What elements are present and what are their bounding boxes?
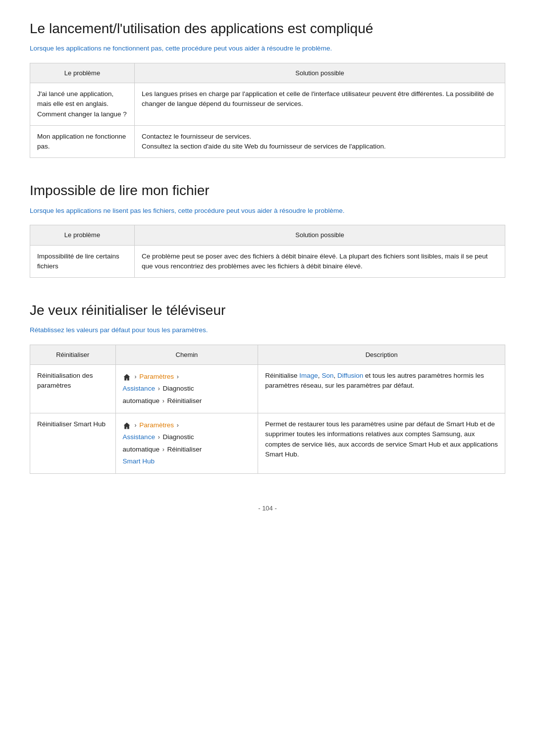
path-parametres-2: Paramètres: [139, 421, 174, 429]
chevron-icon: ›: [134, 373, 136, 380]
reset-table: Réinitialiser Chemin Description Réiniti…: [30, 345, 505, 474]
home-icon: [123, 373, 131, 381]
reset-row2-name: Réinitialiser Smart Hub: [30, 413, 116, 474]
section-files-subtitle: Lorsque les applications ne lisent pas l…: [30, 206, 505, 216]
apps-col-solution: Solution possible: [134, 63, 505, 83]
section-files-title: Impossible de lire mon fichier: [30, 182, 505, 200]
page-number: - 104 -: [258, 504, 277, 512]
path-reinitialiser-1: Réinitialiser: [167, 397, 202, 404]
chevron-icon: ›: [162, 446, 164, 453]
files-table: Le problème Solution possible Impossibil…: [30, 225, 505, 278]
path-smarthub: Smart Hub: [123, 457, 155, 465]
section-apps-title: Le lancement/l'utilisation des applicati…: [30, 20, 505, 38]
reset-row2-path: › Paramètres › Assistance › Diagnostic a…: [115, 413, 258, 474]
table-row: Réinitialiser Smart Hub › Paramètres › A…: [30, 413, 505, 474]
highlight-son: Son: [321, 372, 333, 379]
reset-row1-desc: Réinitialise Image, Son, Diffusion et to…: [258, 365, 505, 413]
files-row1-solution: Ce problème peut se poser avec des fichi…: [134, 245, 505, 278]
path-assistance-2: Assistance: [123, 433, 155, 441]
home-icon: [123, 422, 131, 430]
chevron-icon: ›: [162, 398, 164, 404]
apps-row1-problem: J'ai lancé une application, mais elle es…: [30, 83, 135, 126]
path-automatique-2: automatique: [123, 446, 160, 453]
table-row: Mon application ne fonctionne pas. Conta…: [30, 125, 505, 158]
apps-row2-problem: Mon application ne fonctionne pas.: [30, 125, 135, 158]
section-reset-subtitle: Rétablissez les valeurs par défaut pour …: [30, 325, 505, 335]
section-reset: Je veux réinitialiser le téléviseur Réta…: [30, 302, 505, 474]
apps-row2-solution: Contactez le fournisseur de services. Co…: [134, 125, 505, 158]
path-diagnostic-1: Diagnostic: [162, 385, 194, 392]
path-reinitialiser-2: Réinitialiser: [167, 446, 202, 453]
highlight-diffusion: Diffusion: [337, 372, 363, 379]
apps-table: Le problème Solution possible J'ai lancé…: [30, 63, 505, 158]
apps-row1-solution: Les langues prises en charge par l'appli…: [134, 83, 505, 126]
reset-row1-path: › Paramètres › Assistance › Diagnostic a…: [115, 365, 258, 413]
table-row: Réinitialisation des paramètres › Paramè…: [30, 365, 505, 413]
table-row: Impossibilité de lire certains fichiers …: [30, 245, 505, 278]
page-footer: - 104 -: [30, 504, 505, 513]
path-assistance-1: Assistance: [123, 385, 155, 392]
path-parametres-1: Paramètres: [139, 373, 174, 380]
highlight-image: Image: [299, 372, 318, 379]
reset-col-path: Chemin: [115, 345, 258, 365]
chevron-icon: ›: [158, 385, 160, 392]
apps-col-problem: Le problème: [30, 63, 135, 83]
table-row: J'ai lancé une application, mais elle es…: [30, 83, 505, 126]
section-apps-subtitle: Lorsque les applications ne fonctionnent…: [30, 44, 505, 53]
chevron-icon: ›: [158, 434, 160, 441]
path-automatique-1: automatique: [123, 397, 160, 404]
reset-col-desc: Description: [258, 345, 505, 365]
reset-row1-name: Réinitialisation des paramètres: [30, 365, 116, 413]
path-diagnostic-2: Diagnostic: [162, 433, 194, 441]
section-files: Impossible de lire mon fichier Lorsque l…: [30, 182, 505, 278]
section-apps: Le lancement/l'utilisation des applicati…: [30, 20, 505, 158]
section-reset-title: Je veux réinitialiser le téléviseur: [30, 302, 505, 319]
files-col-problem: Le problème: [30, 225, 135, 246]
files-row1-problem: Impossibilité de lire certains fichiers: [30, 245, 135, 278]
reset-row2-desc: Permet de restaurer tous les paramètres …: [258, 413, 505, 474]
chevron-icon: ›: [134, 422, 136, 429]
chevron-icon: ›: [177, 373, 179, 380]
files-col-solution: Solution possible: [134, 225, 505, 246]
reset-col-reset: Réinitialiser: [30, 345, 116, 365]
chevron-icon: ›: [177, 422, 179, 429]
